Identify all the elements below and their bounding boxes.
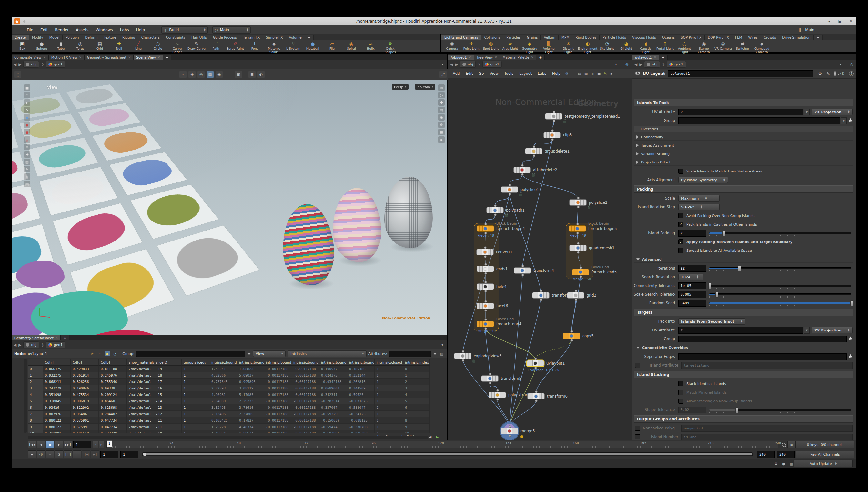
detail-mode-icon[interactable]: ◔ — [112, 351, 118, 356]
node-testgeometry_templatehead1[interactable]: testgeometry_templatehead1 — [545, 114, 562, 119]
network-toolbar-icon-6[interactable]: ✎ — [603, 71, 608, 76]
network-tab-material-palette[interactable]: Material Palette✕ — [500, 55, 537, 60]
shelf-tab-rigging[interactable]: Rigging — [119, 35, 138, 40]
viewport-tool-6[interactable]: ● — [24, 129, 30, 136]
primitives-mode-icon[interactable]: ◆ — [104, 351, 110, 356]
network-tab-add[interactable]: + — [536, 55, 545, 60]
scene-tab-add[interactable]: + — [163, 55, 171, 60]
input-connector[interactable] — [494, 204, 497, 207]
wire-clip3-to-groupdelete1[interactable] — [534, 139, 552, 148]
vertices-mode-icon[interactable]: ◦ — [97, 351, 102, 356]
wire-foreach_end5-to-copy5[interactable] — [571, 276, 581, 333]
param-projection-offset-collapse[interactable]: Projection Offset — [634, 159, 852, 166]
param-pack-islands-in-cavities-of-other-islands-checkbox[interactable]: ✓ — [678, 222, 683, 227]
column-header-4[interactable]: shop_materialp — [127, 359, 154, 366]
node-foreach_begin4[interactable]: foreach_begin4Block BeginPiece : 48 — [477, 226, 494, 231]
shelf-tab-deform[interactable]: Deform — [82, 35, 101, 40]
input-connector[interactable] — [484, 246, 487, 249]
input-connector[interactable] — [521, 164, 524, 167]
network-toolbar-icon-0[interactable]: ⚙ — [564, 71, 569, 76]
table-row[interactable]: 50.3180450.0068190.854601/mat/defaul-141… — [28, 398, 441, 404]
input-connector[interactable] — [570, 330, 573, 333]
network-tab--obj-geo1[interactable]: /obj/geo1✕ — [448, 55, 474, 60]
node-transform4[interactable]: transform4 — [514, 268, 531, 273]
node-facet6[interactable]: facet6 — [477, 303, 494, 309]
output-connector[interactable] — [575, 299, 577, 301]
input-connector[interactable] — [533, 145, 535, 148]
shelf-tab-wires[interactable]: Wires — [745, 35, 761, 40]
table-row[interactable]: 00.8664750.4298330.811188/mat/defaul-191… — [28, 366, 441, 372]
output-connector[interactable] — [484, 309, 487, 312]
follow-icon[interactable]: ◎ — [849, 62, 854, 67]
viewport-display-option-2[interactable]: ✚ — [438, 99, 445, 106]
table-row[interactable]: 30.2472790.1908460.99338/mat/defaul-1612… — [28, 385, 441, 391]
param-group-field[interactable] — [678, 336, 847, 342]
close-icon[interactable]: ✕ — [79, 56, 81, 59]
shelf-tool-null[interactable]: ✚Null — [110, 41, 128, 50]
table-row[interactable]: 20.8682110.8262560.755346/mat/defaul-171… — [28, 378, 441, 385]
breadcrumb-obj[interactable]: obj — [23, 341, 39, 348]
column-header-2[interactable]: Cd[g] — [71, 359, 99, 366]
realtime-icon[interactable]: ⏏ — [46, 450, 54, 458]
param-scale-search-tolerance-slider[interactable] — [709, 293, 851, 295]
node-ends1[interactable]: ends1 — [477, 266, 494, 272]
shelf-tool-area-light[interactable]: ▰Area Light — [501, 41, 519, 50]
prev-frame-button[interactable]: ◀ — [37, 441, 45, 448]
column-header-3[interactable]: Cd[b] — [99, 359, 127, 366]
param-scale-search-tolerance-field[interactable]: 0.005 — [678, 291, 706, 298]
param-island-number-field[interactable]: island — [681, 434, 852, 440]
menu-file[interactable]: File — [23, 28, 37, 32]
scene-tab-geometry-spreadsheet[interactable]: Geometry Spreadsheet✕ — [85, 55, 134, 60]
path-menu-icon[interactable]: ▾ — [838, 62, 843, 67]
next-frame-button[interactable]: ▶ — [55, 441, 63, 448]
shelf-tool-spot-light[interactable]: ◍Spot Light — [482, 41, 500, 50]
param-island-number-checkbox[interactable] — [635, 434, 640, 439]
output-connector[interactable] — [570, 339, 573, 342]
group-input[interactable] — [136, 351, 245, 357]
table-row[interactable]: 100.7119910.6955180.433729/mat/defaul-10… — [28, 430, 441, 433]
param-random-seed-slider[interactable] — [709, 302, 851, 304]
shelf-tab-volume[interactable]: Volume — [286, 35, 305, 40]
breadcrumb-geo1[interactable]: geo1 — [483, 61, 501, 68]
range-end-field-2[interactable]: 240 — [777, 451, 795, 458]
snap-point-icon[interactable]: ◉ — [215, 71, 222, 78]
shelf-tool-geometry-light[interactable]: ◆Geometry Light — [520, 41, 539, 53]
output-connector[interactable] — [521, 274, 524, 276]
node-clip3[interactable]: clip3 — [544, 132, 561, 138]
column-header-7[interactable]: intrinsic:bound — [209, 359, 237, 366]
shade-icon[interactable]: ◐ — [258, 71, 265, 78]
spreadsheet-tab-add[interactable]: + — [61, 335, 69, 341]
output-connector[interactable] — [533, 154, 535, 157]
param-iterations-slider[interactable] — [709, 267, 851, 269]
network-toolbar-icon-5[interactable]: ▣ — [596, 71, 602, 76]
node-value[interactable]: uvlayout1 — [28, 352, 47, 356]
group-filter-icon[interactable] — [247, 353, 251, 355]
slider-handle[interactable] — [723, 230, 725, 236]
viewport-display-option-3[interactable]: ▤ — [438, 107, 445, 113]
gear-icon[interactable]: ⚙ — [818, 71, 822, 76]
node-quadremesh1[interactable]: quadremesh1 — [569, 245, 586, 251]
shelf-tab-hair-utils[interactable]: Hair Utils — [188, 35, 210, 40]
param-uv-attribute-projection-dropdown[interactable]: ZX Projection▲▼ — [812, 109, 852, 115]
network-toolbar-icon-2[interactable]: ▤ — [577, 71, 582, 76]
info-icon[interactable]: ⓘ — [840, 71, 844, 77]
slider-handle[interactable] — [850, 300, 853, 306]
viewport-tool-7[interactable]: ◎ — [24, 137, 30, 143]
forward-icon[interactable]: ▶ — [639, 62, 642, 67]
slider-handle[interactable] — [715, 292, 718, 298]
close-icon[interactable]: ✕ — [469, 56, 471, 59]
shelf-tool-line[interactable]: ╱Line — [129, 41, 148, 50]
close-icon[interactable]: ✕ — [495, 56, 497, 59]
close-icon[interactable]: ✕ — [531, 56, 534, 59]
shelf-tab-dop-pyro-fx[interactable]: DOP Pyro FX — [705, 35, 732, 40]
viewport-tool-4[interactable]: ◆ — [24, 114, 30, 121]
node-explodedview3[interactable]: explodedview3 — [454, 353, 471, 359]
output-connector[interactable] — [521, 173, 524, 176]
shelf-tab-drive-simulation[interactable]: Drive Simulation — [779, 35, 814, 40]
shelf-tool-tube[interactable]: ▮Tube — [52, 41, 70, 50]
wire-polyslice2-to-foreach_begin5[interactable] — [577, 206, 578, 225]
spreadsheet-table[interactable]: Cd[r]Cd[g]Cd[b]shop_materialpsliceIDgrou… — [28, 359, 441, 433]
node-transform5[interactable]: transform5 — [482, 376, 498, 382]
param-scale-dropdown[interactable]: Maximum▲▼ — [678, 195, 720, 201]
viewport-tool-9[interactable]: ✚ — [24, 151, 30, 158]
